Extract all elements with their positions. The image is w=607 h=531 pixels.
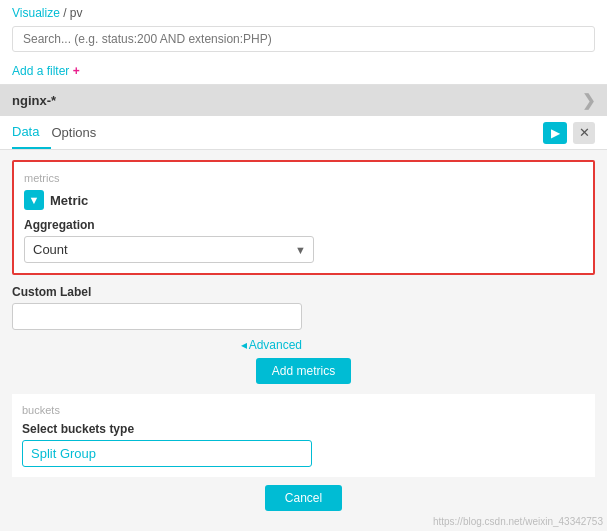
- breadcrumb: Visualize / pv: [12, 6, 595, 20]
- buckets-section: buckets Select buckets type Split Group: [12, 394, 595, 477]
- tab-data[interactable]: Data: [12, 116, 51, 149]
- advanced-chevron-icon: ◂: [241, 338, 247, 352]
- metrics-box: metrics ▼ Metric Aggregation Count Avera…: [12, 160, 595, 275]
- breadcrumb-current: pv: [70, 6, 83, 20]
- cancel-button[interactable]: Cancel: [265, 485, 342, 511]
- breadcrumb-separator: /: [60, 6, 70, 20]
- add-filter-label: Add a filter: [12, 64, 69, 78]
- metric-label: Metric: [50, 193, 88, 208]
- custom-label-input[interactable]: [12, 303, 302, 330]
- play-button[interactable]: ▶: [543, 122, 567, 144]
- add-metrics-button[interactable]: Add metrics: [256, 358, 351, 384]
- main-content: metrics ▼ Metric Aggregation Count Avera…: [0, 150, 607, 521]
- index-name: nginx-*: [12, 93, 56, 108]
- buckets-select-wrapper: Split Group: [22, 440, 312, 467]
- advanced-row: ◂ Advanced: [12, 338, 302, 352]
- watermark: https://blog.csdn.net/weixin_43342753: [433, 516, 603, 527]
- metrics-section-title: metrics: [24, 172, 583, 184]
- select-buckets-label: Select buckets type: [22, 422, 585, 436]
- metric-collapse-icon[interactable]: ▼: [24, 190, 44, 210]
- tab-actions: ▶ ✕: [543, 122, 595, 144]
- tab-options[interactable]: Options: [51, 117, 108, 148]
- buckets-section-title: buckets: [22, 404, 585, 416]
- advanced-label: Advanced: [249, 338, 302, 352]
- add-filter-icon: +: [73, 64, 80, 78]
- breadcrumb-visualize[interactable]: Visualize: [12, 6, 60, 20]
- index-bar: nginx-* ❯: [0, 85, 607, 116]
- aggregation-select[interactable]: Count Average Sum Min Max Median: [24, 236, 314, 263]
- aggregation-select-wrapper: Count Average Sum Min Max Median ▼: [24, 236, 314, 263]
- cancel-row: Cancel: [12, 485, 595, 511]
- top-bar: Visualize / pv Add a filter +: [0, 0, 607, 85]
- buckets-type-select[interactable]: Split Group: [22, 440, 312, 467]
- tab-bar: Data Options ▶ ✕: [0, 116, 607, 150]
- chevron-right-icon[interactable]: ❯: [582, 91, 595, 110]
- aggregation-label: Aggregation: [24, 218, 583, 232]
- custom-label-section: Custom Label: [12, 285, 595, 330]
- add-metrics-row: Add metrics: [12, 358, 595, 384]
- custom-label-title: Custom Label: [12, 285, 595, 299]
- add-filter-link[interactable]: Add a filter +: [12, 64, 80, 78]
- close-button[interactable]: ✕: [573, 122, 595, 144]
- metric-row: ▼ Metric: [24, 190, 583, 210]
- search-input[interactable]: [12, 26, 595, 52]
- advanced-link[interactable]: ◂ Advanced: [241, 338, 302, 352]
